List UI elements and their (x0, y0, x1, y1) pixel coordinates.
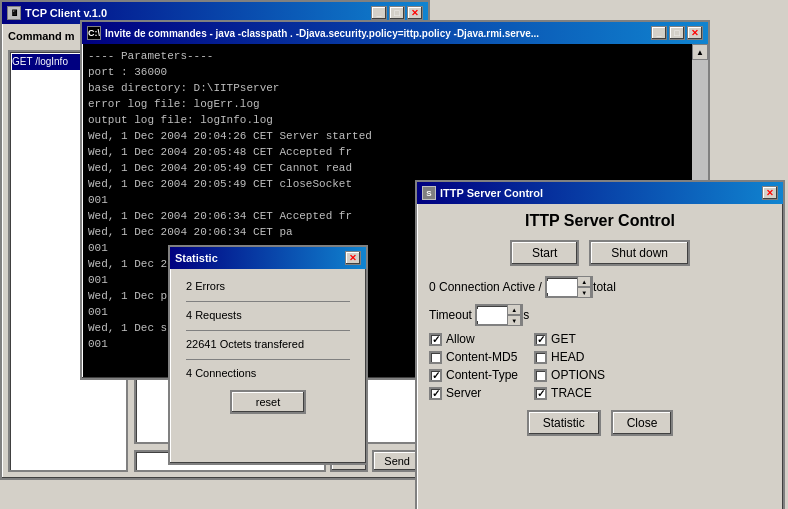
cmd-line-3: error log file: logErr.log (88, 96, 702, 112)
allow-row: ✓ Allow (429, 332, 518, 346)
cmd-close-button[interactable]: ✕ (687, 26, 703, 40)
reset-button[interactable]: reset (230, 390, 306, 414)
stat-separator-2 (186, 330, 350, 331)
total-spinbox[interactable]: 10 ▲ ▼ (545, 276, 593, 298)
options-checkbox[interactable] (534, 369, 547, 382)
cmd-title-text: Invite de commandes - java -classpath . … (105, 28, 539, 39)
requests-stat: 4 Requests (186, 308, 350, 322)
trace-checkbox[interactable]: ✓ (534, 387, 547, 400)
right-checkbox-col: ✓ GET HEAD OPTIONS ✓ TRACE (534, 332, 605, 400)
trace-row: ✓ TRACE (534, 386, 605, 400)
cmd-title-controls: _ □ ✕ (651, 26, 703, 40)
head-row: HEAD (534, 350, 605, 364)
ittp-bottom-row: Statistic Close (429, 410, 771, 436)
content-type-label: Content-Type (446, 368, 518, 382)
scroll-up-button[interactable]: ▲ (692, 44, 708, 60)
close-button[interactable]: ✕ (407, 6, 423, 20)
allow-checkbox[interactable]: ✓ (429, 333, 442, 346)
cmd-maximize-button[interactable]: □ (669, 26, 685, 40)
cmd-line-0: ---- Parameters---- (88, 48, 702, 64)
get-label: GET (551, 332, 576, 346)
options-label: OPTIONS (551, 368, 605, 382)
ittp-title-text: ITTP Server Control (440, 187, 543, 199)
ittp-body: ITTP Server Control Start Shut down 0 Co… (417, 204, 783, 444)
content-type-row: ✓ Content-Type (429, 368, 518, 382)
head-label: HEAD (551, 350, 584, 364)
get-row: ✓ GET (534, 332, 605, 346)
total-decrement-button[interactable]: ▼ (577, 287, 591, 298)
start-button[interactable]: Start (510, 240, 579, 266)
ittp-btn-row: Start Shut down (429, 240, 771, 266)
total-value[interactable]: 10 (547, 281, 577, 293)
stat-reset-row: reset (186, 390, 350, 414)
shutdown-button[interactable]: Shut down (589, 240, 690, 266)
content-md5-label: Content-MD5 (446, 350, 517, 364)
octets-stat: 22641 Octets transfered (186, 337, 350, 351)
timeout-row: Timeout 4 ▲ ▼ s (429, 304, 771, 326)
trace-label: TRACE (551, 386, 592, 400)
ittp-title-controls: ✕ (762, 186, 778, 200)
timeout-decrement-button[interactable]: ▼ (507, 315, 521, 326)
tcp-title-icon: 🖥 (7, 6, 21, 20)
timeout-value[interactable]: 4 (477, 309, 507, 321)
stat-body: 2 Errors 4 Requests 22641 Octets transfe… (170, 269, 366, 424)
statistic-button[interactable]: Statistic (527, 410, 601, 436)
allow-label: Allow (446, 332, 475, 346)
tcp-title-text: TCP Client v.1.0 (25, 7, 107, 19)
timeout-increment-button[interactable]: ▲ (507, 304, 521, 315)
total-increment-button[interactable]: ▲ (577, 276, 591, 287)
checkbox-group: ✓ Allow Content-MD5 ✓ Content-Type ✓ Ser… (429, 332, 771, 400)
total-spinbox-arrows: ▲ ▼ (577, 276, 591, 298)
head-checkbox[interactable] (534, 351, 547, 364)
stat-title-controls: ✕ (345, 251, 361, 265)
minimize-button[interactable]: _ (371, 6, 387, 20)
cmd-line-6: Wed, 1 Dec 2004 20:04:26 CET Server star… (88, 128, 702, 144)
ittp-title-icon: S (422, 186, 436, 200)
errors-stat: 2 Errors (186, 279, 350, 293)
cmd-line-1: port : 36000 (88, 64, 702, 80)
content-type-checkbox[interactable]: ✓ (429, 369, 442, 382)
timeout-unit: s (523, 308, 529, 322)
stat-separator-3 (186, 359, 350, 360)
left-checkbox-col: ✓ Allow Content-MD5 ✓ Content-Type ✓ Ser… (429, 332, 518, 400)
timeout-spinbox[interactable]: 4 ▲ ▼ (475, 304, 523, 326)
content-md5-checkbox[interactable] (429, 351, 442, 364)
server-checkbox[interactable]: ✓ (429, 387, 442, 400)
statistic-window: Statistic ✕ 2 Errors 4 Requests 22641 Oc… (168, 245, 368, 465)
cmd-titlebar: C:\ Invite de commandes - java -classpat… (82, 22, 708, 44)
stat-titlebar: Statistic ✕ (170, 247, 366, 269)
cmd-minimize-button[interactable]: _ (651, 26, 667, 40)
server-label: Server (446, 386, 481, 400)
total-label: total (593, 280, 616, 294)
stat-close-button[interactable]: ✕ (345, 251, 361, 265)
connection-count: 0 (429, 280, 436, 294)
stat-title-text: Statistic (175, 252, 218, 264)
ittp-close-button[interactable]: ✕ (762, 186, 778, 200)
cmd-icon: C:\ (87, 26, 101, 40)
cmd-line-4: output log file: logInfo.log (88, 112, 702, 128)
cmd-line-7: Wed, 1 Dec 2004 20:05:48 CET Accepted fr (88, 144, 702, 160)
tcp-title-controls: _ □ ✕ (371, 6, 423, 20)
close-button[interactable]: Close (611, 410, 674, 436)
content-md5-row: Content-MD5 (429, 350, 518, 364)
connection-label: Connection Active / (439, 280, 542, 294)
stat-separator-1 (186, 301, 350, 302)
maximize-button[interactable]: □ (389, 6, 405, 20)
server-row: ✓ Server (429, 386, 518, 400)
timeout-label: Timeout (429, 308, 472, 322)
ittp-titlebar: S ITTP Server Control ✕ (417, 182, 783, 204)
ittp-server-control-window: S ITTP Server Control ✕ ITTP Server Cont… (415, 180, 785, 509)
connections-stat: 4 Connections (186, 366, 350, 380)
ittp-main-title: ITTP Server Control (429, 212, 771, 230)
timeout-spinbox-arrows: ▲ ▼ (507, 304, 521, 326)
cmd-line-8: Wed, 1 Dec 2004 20:05:49 CET Cannot read (88, 160, 702, 176)
connection-row: 0 Connection Active / 10 ▲ ▼ total (429, 276, 771, 298)
get-checkbox[interactable]: ✓ (534, 333, 547, 346)
options-row: OPTIONS (534, 368, 605, 382)
cmd-line-2: base directory: D:\IITPserver (88, 80, 702, 96)
